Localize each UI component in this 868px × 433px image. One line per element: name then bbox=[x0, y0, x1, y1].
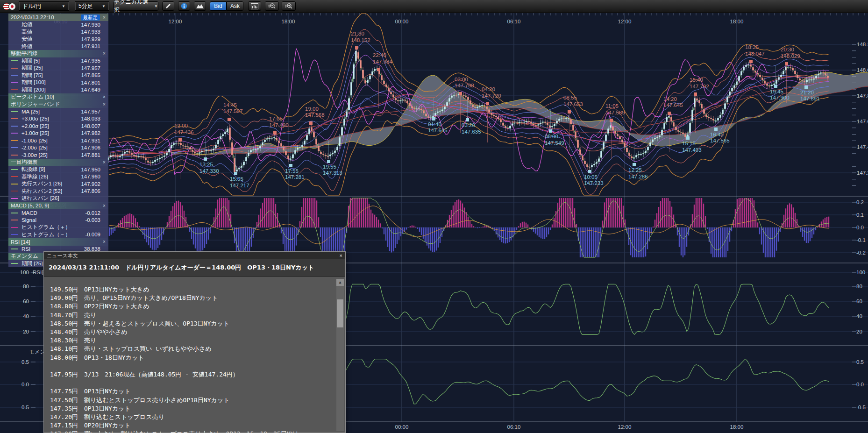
toolbar: ドル/円 ▼ 5分足 ▼ テクニカル選択 ▼ Bid Ask bbox=[0, 0, 868, 13]
indicator-row: 期間 [200]147.649 bbox=[8, 86, 108, 94]
timeframe-value: 5分足 bbox=[78, 2, 93, 10]
time-axis-label: 12:00 bbox=[618, 424, 632, 430]
indicator-row: 安値147.929 bbox=[8, 35, 108, 43]
indicator-section-header: 移動平均線× bbox=[8, 50, 108, 57]
currency-pair-select[interactable]: ドル/円 ▼ bbox=[19, 1, 69, 11]
rsi-axis-label: 20 bbox=[856, 329, 862, 334]
zoom-out-button[interactable] bbox=[265, 1, 279, 11]
line-color-swatch bbox=[11, 263, 18, 264]
indicator-label: 先行スパン2 [52] bbox=[21, 188, 62, 195]
indicator-label: 基準線 [26] bbox=[21, 173, 48, 180]
order-line: 147.35円 OP13日NYカット bbox=[50, 405, 334, 413]
indicator-value: 147.801 bbox=[81, 80, 107, 85]
close-icon[interactable]: × bbox=[101, 51, 107, 56]
line-color-swatch bbox=[11, 248, 18, 249]
close-icon[interactable]: × bbox=[340, 253, 342, 258]
time-axis-label: 18:00 bbox=[282, 19, 295, 24]
indicator-label: 期間 [100] bbox=[21, 79, 46, 86]
indicator-label: 安値 bbox=[21, 35, 32, 43]
news-scrollbar[interactable]: ▲ bbox=[336, 279, 344, 431]
order-line: 148.10円 売り・ストップロス買い いずれもやや小さめ bbox=[50, 345, 334, 353]
order-line: 148.80円 OP22日NYカット大きめ bbox=[50, 302, 334, 311]
indicator-row: ヒストグラム（－）-0.009 bbox=[8, 231, 108, 239]
indicator-row: 基準線 [26]147.960 bbox=[8, 173, 108, 181]
scroll-up-button[interactable]: ▲ bbox=[336, 279, 344, 286]
line-color-swatch bbox=[11, 133, 18, 134]
price-axis-label: 147.2 bbox=[857, 170, 868, 176]
indicator-row: MACD-0.012 bbox=[8, 209, 108, 217]
macd-axis-label: -0.1 bbox=[856, 237, 866, 243]
line-color-swatch bbox=[11, 155, 18, 156]
macd-axis-label: 0.1 bbox=[856, 212, 864, 218]
indicator-value: -0.012 bbox=[85, 210, 107, 216]
close-icon[interactable]: × bbox=[101, 160, 107, 165]
price-axis-label: 148.2 bbox=[857, 42, 868, 47]
indicator-row: 期間 [25]147.957 bbox=[8, 64, 108, 72]
order-line: 147.15円 OP20日NYカット bbox=[50, 421, 334, 430]
bid-button[interactable]: Bid bbox=[210, 1, 227, 11]
volume-toggle-button[interactable] bbox=[248, 1, 261, 11]
indicator-value: 147.931 bbox=[81, 43, 107, 49]
line-color-swatch bbox=[11, 126, 18, 127]
ask-button[interactable]: Ask bbox=[227, 1, 243, 11]
indicator-value: 147.933 bbox=[81, 29, 107, 35]
rsi-axis-label: 20 bbox=[23, 329, 29, 334]
time-axis-label: 18:00 bbox=[730, 19, 744, 24]
rsi-axis-label: 40 bbox=[856, 313, 862, 319]
indicator-label: +2.00σ [25] bbox=[21, 123, 49, 129]
indicator-value: 147.982 bbox=[81, 130, 107, 136]
close-icon[interactable]: × bbox=[101, 102, 107, 107]
ask-label: Ask bbox=[230, 3, 240, 9]
line-color-swatch bbox=[11, 89, 18, 90]
time-axis-label: 00:00 bbox=[395, 19, 409, 24]
time-axis-label: 06:10 bbox=[507, 424, 521, 430]
technical-select-button[interactable]: テクニカル選択 ▼ bbox=[114, 1, 158, 11]
news-titlebar[interactable]: ニュース本文 × bbox=[44, 252, 345, 259]
indicator-row: 期間 [100]147.801 bbox=[8, 79, 108, 86]
indicator-label: 転換線 [9] bbox=[21, 166, 45, 173]
rsi-axis-label: 60 bbox=[856, 298, 862, 304]
indicator-value: 147.957 bbox=[81, 65, 107, 71]
indicator-value: 147.930 bbox=[81, 22, 107, 28]
price-axis-label: 147.4 bbox=[857, 144, 868, 150]
price-axis-label: 147.6 bbox=[857, 119, 868, 124]
indicator-label: MACD bbox=[21, 210, 37, 216]
indicator-label: 期間 [75] bbox=[21, 72, 43, 79]
indicator-value: -0.003 bbox=[85, 217, 107, 223]
indicator-row: 先行スパン1 [26]147.902 bbox=[8, 180, 108, 188]
timeframe-select[interactable]: 5分足 ▼ bbox=[75, 1, 109, 11]
indicator-row: ヒストグラム（＋） bbox=[8, 224, 108, 231]
indicator-row: MA [25]147.957 bbox=[8, 108, 108, 115]
scrollbar-thumb[interactable] bbox=[337, 299, 343, 327]
chevron-down-icon: ▼ bbox=[58, 4, 65, 8]
time-axis-label: 12:00 bbox=[169, 19, 182, 24]
line-color-swatch bbox=[11, 184, 18, 185]
mountain-chart-button[interactable] bbox=[194, 1, 206, 11]
order-line: 149.00円 売り、OP15日NYカット大きめ/OP18日NYカット bbox=[50, 294, 334, 302]
indicator-value: 147.935 bbox=[81, 58, 107, 64]
app-window: 06:1012:0018:0000:0006:1012:0018:0000:00… bbox=[0, 0, 868, 433]
indicator-label: 終値 bbox=[21, 43, 32, 50]
indicator-row: Signal-0.003 bbox=[8, 217, 108, 224]
close-icon[interactable]: × bbox=[101, 239, 107, 244]
line-color-swatch bbox=[11, 176, 18, 177]
draw-tool-button[interactable] bbox=[162, 1, 174, 11]
news-title: ニュース本文 bbox=[47, 252, 78, 259]
section-title: 移動平均線 bbox=[11, 50, 38, 57]
order-line: 147.95円 3/13 21:06現在（高値148.05円 - 安値147.2… bbox=[50, 370, 334, 379]
close-icon[interactable]: × bbox=[101, 15, 107, 20]
momentum-axis-label: 0.5 bbox=[21, 359, 29, 365]
indicator-value: 147.950 bbox=[81, 167, 107, 172]
indicator-label: 高値 bbox=[21, 28, 32, 35]
indicator-info-panel: 2024/03/13 22:10 最新足 × 始値147.930高値147.93… bbox=[8, 14, 108, 267]
line-color-swatch bbox=[11, 147, 18, 148]
zoom-in-button[interactable] bbox=[282, 1, 296, 11]
zoom-out-icon bbox=[268, 3, 276, 9]
order-line: 148.40円 売りやや小さめ bbox=[50, 328, 334, 336]
close-icon[interactable]: × bbox=[101, 203, 107, 208]
rsi-axis-label: 100 bbox=[20, 270, 29, 275]
close-icon[interactable]: × bbox=[101, 94, 107, 99]
time-axis-label: 06:10 bbox=[507, 19, 521, 24]
info-button[interactable] bbox=[178, 1, 190, 11]
order-line: 147.50円 割り込むとストップロス売り小さめOP18日NYカット bbox=[50, 396, 334, 405]
